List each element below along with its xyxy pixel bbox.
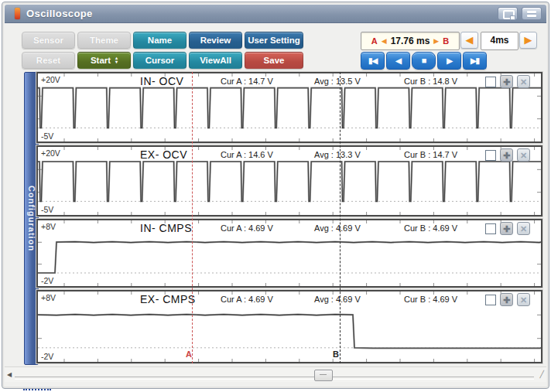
app-icon <box>15 8 20 19</box>
reset-button[interactable]: Reset <box>22 52 75 69</box>
user-setting-button[interactable]: User Setting <box>245 32 303 49</box>
start-button-label: Start <box>91 56 111 65</box>
waveform-plot <box>38 291 541 362</box>
vmax-label: +8V <box>41 222 56 231</box>
channel-close-button[interactable]: ✕ <box>517 148 530 162</box>
channel-checkbox[interactable] <box>485 77 496 87</box>
vmin-label: -5V <box>41 205 53 214</box>
user-setting-button-label: User Setting <box>248 36 300 45</box>
cursor-b-value: Cur B : 14.7 V <box>404 150 457 159</box>
timebase-increase-button[interactable]: ▶ <box>519 32 537 49</box>
horizontal-scrollbar[interactable]: ◀ ╱ <box>5 366 546 382</box>
right-arrow-icon: ▶ <box>525 34 532 46</box>
channel-panel: +8V -2V IN- CMPS Cur A : 4.69 V Avg : 4.… <box>36 219 542 288</box>
cursor-a-label: A <box>371 36 378 46</box>
scroll-left-icon[interactable]: ◀ <box>7 371 12 378</box>
skip-to-start-icon: ▮◀ <box>368 56 377 65</box>
timebase-value[interactable]: 4ms <box>481 32 518 50</box>
vmin-label: -5V <box>41 131 53 141</box>
name-button[interactable]: Name <box>133 32 187 49</box>
save-button[interactable]: Save <box>245 52 303 69</box>
cursor-a-tag: A <box>186 349 192 359</box>
waveform-plot <box>38 220 541 286</box>
cursor-delta-readout: A◀17.76 ms▶B <box>361 32 460 50</box>
stop-button[interactable]: ■ <box>412 52 436 70</box>
scrollbar-thumb[interactable] <box>314 370 333 381</box>
cursor-a-value: Cur A : 14.7 V <box>221 77 273 86</box>
cursor-b-line[interactable] <box>340 72 341 363</box>
channel-zoom-button[interactable]: ✚ <box>500 148 513 162</box>
channel-zoom-button[interactable]: ✚ <box>500 222 513 235</box>
channel-name: IN- OCV <box>140 75 183 87</box>
channel-zoom-button[interactable]: ✚ <box>500 75 513 88</box>
cursor-a-line[interactable] <box>192 72 193 363</box>
skip-to-start-button[interactable]: ▮◀ <box>361 52 385 70</box>
channel-panel: +20V -5V IN- OCV Cur A : 14.7 V Avg : 13… <box>36 72 542 143</box>
channel-panels: +20V -5V IN- OCV Cur A : 14.7 V Avg : 13… <box>36 72 544 363</box>
cursor-b-value: Cur B : 14.8 V <box>404 77 457 86</box>
channel-close-button[interactable]: ✕ <box>517 75 530 88</box>
start-spinner-icon: ▴▾ <box>115 56 118 64</box>
cursor-button-label: Cursor <box>145 56 175 65</box>
play-icon: ▶ <box>447 56 452 65</box>
reset-button-label: Reset <box>36 56 60 65</box>
window-menu-button[interactable] <box>522 7 542 20</box>
cursor-b-arrow-icon: ▶ <box>433 37 439 45</box>
cursor-a-value: Cur A : 14.6 V <box>221 150 273 159</box>
cursor-button[interactable]: Cursor <box>133 52 187 69</box>
channel-close-button[interactable]: ✕ <box>517 222 530 235</box>
channel-panel: +20V -5V EX- OCV Cur A : 14.6 V Avg : 13… <box>36 145 542 216</box>
oscilloscope-window: Oscilloscope SensorThemeNameReviewUser S… <box>2 2 549 389</box>
cursor-b-label: B <box>443 36 449 46</box>
save-button-label: Save <box>264 56 285 65</box>
review-button-label: Review <box>200 36 231 45</box>
scroll-resize-icon: ╱ <box>540 370 544 378</box>
start-button[interactable]: Start▴▾ <box>77 52 131 69</box>
cursor-a-value: Cur A : 4.69 V <box>221 295 273 304</box>
channel-checkbox[interactable] <box>485 150 496 161</box>
vmin-label: -2V <box>41 352 53 361</box>
sensor-button[interactable]: Sensor <box>22 32 75 49</box>
viewall-button[interactable]: ViewAll <box>189 52 242 69</box>
focus-marker <box>23 389 51 390</box>
channel-zoom-button[interactable]: ✚ <box>500 293 513 306</box>
step-back-icon: ◀ <box>395 56 401 65</box>
menu-icon <box>527 11 536 17</box>
cursor-b-value: Cur B : 4.69 V <box>404 223 457 233</box>
channel-panel: +8V -2V EX- CMPS Cur A : 4.69 V Avg : 4.… <box>36 290 542 363</box>
review-button[interactable]: Review <box>189 32 242 49</box>
channel-checkbox[interactable] <box>485 295 496 305</box>
channel-name: EX- CMPS <box>140 293 196 305</box>
channel-name: IN- CMPS <box>140 222 192 234</box>
ab-delta-value: 17.76 ms <box>391 36 430 46</box>
left-arrow-icon: ◀ <box>466 34 474 46</box>
skip-to-end-button[interactable]: ▶▮ <box>463 52 487 70</box>
scrollbar-track[interactable] <box>15 377 534 380</box>
cursor-a-arrow-icon: ◀ <box>382 37 387 45</box>
window-controls <box>498 7 542 20</box>
avg-value: Avg : 4.69 V <box>314 295 361 304</box>
vmax-label: +20V <box>41 75 60 84</box>
cursor-b-tag: B <box>333 349 339 359</box>
skip-to-end-icon: ▶▮ <box>471 56 479 65</box>
vmax-label: +8V <box>41 293 56 302</box>
vmax-label: +20V <box>41 148 60 158</box>
stop-icon: ■ <box>422 56 426 65</box>
theme-button-label: Theme <box>90 36 118 45</box>
theme-button[interactable]: Theme <box>77 32 131 49</box>
timebase-decrease-button[interactable]: ◀ <box>460 32 478 49</box>
avg-value: Avg : 13.5 V <box>314 77 361 86</box>
cursor-a-value: Cur A : 4.69 V <box>221 223 273 233</box>
channel-close-button[interactable]: ✕ <box>517 293 530 306</box>
sensor-button-label: Sensor <box>33 36 63 45</box>
waveform-plot <box>38 147 541 215</box>
step-back-button[interactable]: ◀ <box>386 52 410 70</box>
restore-window-button[interactable] <box>498 7 518 20</box>
channel-checkbox[interactable] <box>485 223 496 234</box>
restore-icon <box>503 10 515 19</box>
waveform-plot <box>38 73 541 141</box>
name-button-label: Name <box>148 36 172 45</box>
avg-value: Avg : 13.3 V <box>314 150 361 159</box>
vmin-label: -2V <box>41 276 53 285</box>
play-button[interactable]: ▶ <box>437 52 461 70</box>
